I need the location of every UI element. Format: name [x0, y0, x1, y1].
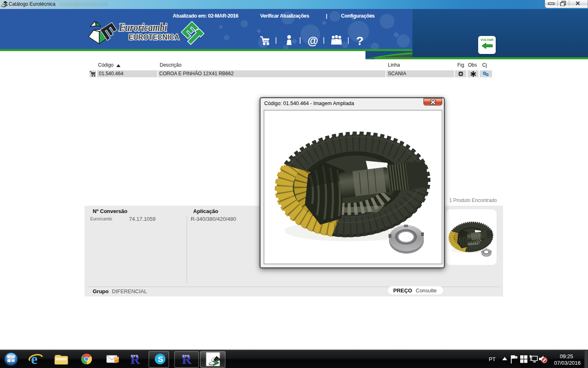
- svg-text:Euroricambi: Euroricambi: [118, 21, 167, 34]
- svg-text:09:25: 09:25: [560, 353, 573, 359]
- svg-text:e: e: [31, 351, 38, 367]
- svg-text:SYS: SYS: [131, 354, 138, 358]
- svg-text:?: ?: [356, 35, 363, 47]
- svg-text:@: @: [307, 35, 318, 47]
- svg-text:07/03/2016: 07/03/2016: [554, 360, 581, 366]
- svg-text:PT: PT: [489, 356, 496, 362]
- svg-text:S: S: [158, 355, 163, 364]
- svg-text:EUROTECNICA: EUROTECNICA: [129, 33, 179, 41]
- svg-text:SYS: SYS: [182, 354, 189, 358]
